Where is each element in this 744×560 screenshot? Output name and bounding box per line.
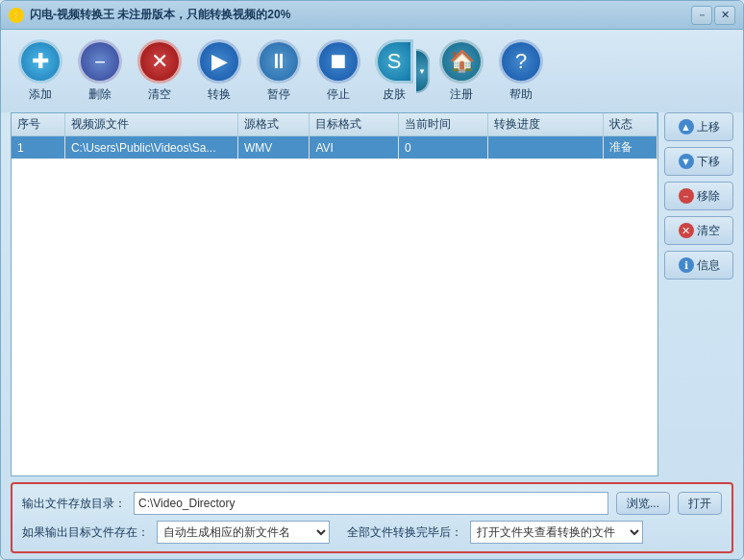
content-panel: 序号 视频源文件 源格式 目标格式 当前时间 转换进度 状态 1 C:\User [11,112,733,476]
move-up-button[interactable]: ▲ 上移 [664,112,733,141]
help-icon: ? [499,39,543,84]
after-select[interactable]: 打开文件夹查看转换的文件 [470,521,643,544]
remove-button[interactable]: － 移除 [664,182,733,210]
cell-id: 1 [12,136,64,159]
delete-icon: － [78,39,122,84]
exist-select[interactable]: 自动生成相应的新文件名 [157,521,330,544]
up-label: 上移 [697,119,720,135]
cell-src-fmt: WMV [237,136,309,159]
main-window: ⚡ 闪电-视频转换王 未注册版本，只能转换视频的20% － ✕ ✚ 添加 － 删… [0,0,744,560]
table-header-row: 序号 视频源文件 源格式 目标格式 当前时间 转换进度 状态 [12,113,657,136]
delete-label: 删除 [88,86,112,103]
clearall-label: 清空 [697,223,720,239]
clear-all-button[interactable]: ✕ 清空 [664,216,733,245]
info-label: 信息 [697,257,720,274]
convert-button[interactable]: ▶ 转换 [191,39,247,103]
app-icon: ⚡ [9,8,24,23]
col-src-fmt: 源格式 [237,113,309,136]
clear-icon: ✕ [137,39,182,84]
col-progress: 转换进度 [487,113,603,136]
clear-label: 清空 [148,86,171,103]
output-dir-row: 输出文件存放目录： 浏览... 打开 [22,492,722,515]
add-label: 添加 [29,86,52,103]
after-label: 全部文件转换完毕后： [347,524,462,541]
main-area: 序号 视频源文件 源格式 目标格式 当前时间 转换进度 状态 1 C:\User [1,112,743,559]
pause-icon: ⏸ [257,39,301,84]
window-title: 闪电-视频转换王 未注册版本，只能转换视频的20% [30,7,290,23]
skin-icon: S [375,39,413,84]
col-file: 视频源文件 [64,113,237,136]
cell-time: 0 [399,136,488,159]
add-icon: ✚ [18,39,62,84]
cell-progress [487,136,603,159]
stop-icon: ⏹ [316,39,360,84]
title-bar: ⚡ 闪电-视频转换王 未注册版本，只能转换视频的20% － ✕ [1,1,743,30]
skin-label: 皮肤 [383,86,406,103]
cell-file: C:\Users\Public\Videos\Sa... [64,136,237,159]
down-label: 下移 [697,154,720,170]
down-icon: ▼ [679,154,694,169]
up-icon: ▲ [679,119,694,134]
clearall-icon: ✕ [679,223,694,238]
col-tgt-fmt: 目标格式 [310,113,399,136]
register-button[interactable]: 🏠 注册 [434,39,489,103]
output-exist-row: 如果输出目标文件存在： 自动生成相应的新文件名 全部文件转换完毕后： 打开文件夹… [22,521,722,544]
title-controls: － ✕ [691,6,735,25]
skin-button[interactable]: S 皮肤 [370,39,418,103]
open-button[interactable]: 打开 [678,492,722,515]
move-down-button[interactable]: ▼ 下移 [664,147,733,176]
register-icon: 🏠 [439,39,484,84]
register-label: 注册 [450,86,473,103]
browse-button[interactable]: 浏览... [616,492,670,515]
output-panel: 输出文件存放目录： 浏览... 打开 如果输出目标文件存在： 自动生成相应的新文… [11,482,733,553]
cell-tgt-fmt: AVI [310,136,399,159]
exist-label: 如果输出目标文件存在： [22,524,149,541]
skin-dropdown-button[interactable]: ▼ [416,49,430,93]
col-status: 状态 [603,113,657,136]
side-buttons: ▲ 上移 ▼ 下移 － 移除 ✕ 清空 ℹ 信息 [664,112,733,476]
dir-label: 输出文件存放目录： [22,496,126,512]
convert-icon: ▶ [197,39,241,84]
help-button[interactable]: ? 帮助 [493,39,549,103]
add-button[interactable]: ✚ 添加 [12,39,68,103]
remove-icon: － [679,188,694,204]
col-time: 当前时间 [399,113,488,136]
toolbar: ✚ 添加 － 删除 ✕ 清空 ▶ 转换 ⏸ 暂停 ⏹ 停止 S 皮肤 ▼ [1,30,743,112]
remove-label: 移除 [697,188,720,205]
close-button[interactable]: ✕ [714,6,735,25]
info-icon: ℹ [679,257,694,273]
dir-input[interactable] [134,492,608,515]
file-table: 序号 视频源文件 源格式 目标格式 当前时间 转换进度 状态 1 C:\User [12,113,657,159]
stop-button[interactable]: ⏹ 停止 [310,39,366,103]
col-id: 序号 [12,113,64,136]
title-bar-left: ⚡ 闪电-视频转换王 未注册版本，只能转换视频的20% [9,7,290,23]
convert-label: 转换 [208,86,231,103]
skin-group: S 皮肤 ▼ [370,39,430,103]
info-button[interactable]: ℹ 信息 [664,251,733,280]
delete-button[interactable]: － 删除 [72,39,128,103]
help-label: 帮助 [509,86,533,103]
table-row[interactable]: 1 C:\Users\Public\Videos\Sa... WMV AVI 0… [12,136,657,159]
file-table-container: 序号 视频源文件 源格式 目标格式 当前时间 转换进度 状态 1 C:\User [11,112,658,476]
pause-button[interactable]: ⏸ 暂停 [251,39,307,103]
stop-label: 停止 [327,86,350,103]
pause-label: 暂停 [267,86,290,103]
clear-button[interactable]: ✕ 清空 [132,39,187,103]
cell-status: 准备 [603,136,657,159]
minimize-button[interactable]: － [691,6,712,25]
